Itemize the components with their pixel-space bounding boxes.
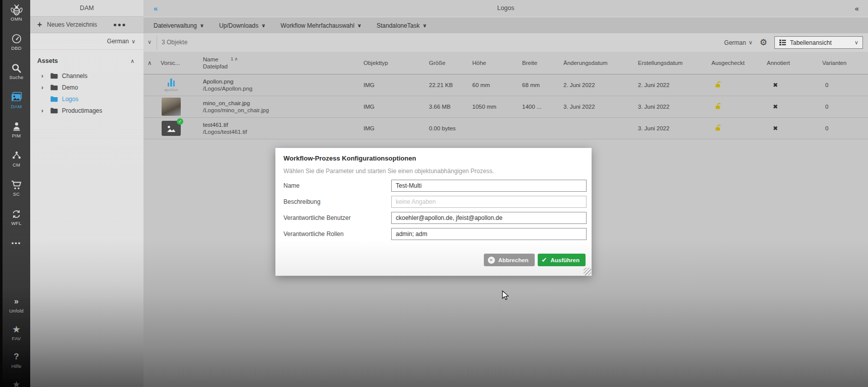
file-name: test461.tif — [203, 122, 228, 128]
rail-item-omn[interactable]: OMN — [3, 4, 30, 22]
chevron-right-icon[interactable]: › — [41, 84, 46, 91]
cancel-button[interactable]: ✕ Abbrechen — [484, 254, 535, 266]
unlocked-icon[interactable] — [711, 124, 722, 133]
gear-icon[interactable]: ⚙ — [760, 37, 767, 48]
chevron-down-icon: ∨ — [749, 39, 753, 46]
rail-item-fav[interactable]: ★ FAV — [3, 324, 30, 341]
folder-tree: Assets ∧ › Channels › Demo — [30, 50, 143, 116]
rail-item-hilfe[interactable]: ? Hilfe — [3, 351, 30, 369]
rail-item-wfl[interactable]: WFL — [3, 208, 30, 226]
verantwortliche-rollen-field[interactable] — [391, 228, 587, 240]
page-title: Logos — [143, 5, 868, 12]
rail-item-cm[interactable]: CM — [3, 150, 30, 168]
view-mode-select[interactable]: Tabellenansicht ∨ — [774, 36, 863, 49]
cell-varianten: 0 — [822, 82, 828, 88]
rail-item-sc[interactable]: SC — [3, 179, 30, 197]
rail-label-suche: Suche — [10, 74, 24, 80]
chevron-down-icon: ∨ — [200, 23, 204, 28]
sort-indicator[interactable]: 1 ∧ — [231, 56, 238, 61]
collapse-table-icon[interactable]: ∧ — [148, 52, 159, 74]
execute-button[interactable]: ✔ Ausführen — [538, 254, 586, 266]
chevron-down-icon: ∨ — [854, 39, 858, 46]
rail-item-cc[interactable]: ★ CC — [3, 379, 30, 387]
folder-language-select[interactable]: German — [107, 38, 129, 45]
column-varianten[interactable]: Varianten — [822, 52, 857, 74]
question-icon: ? — [14, 351, 19, 362]
column-groesse[interactable]: Größe — [429, 52, 471, 74]
table-row-mino-on-chair[interactable]: mino_on_chair.jpg /Logos/mino_on_chair.j… — [143, 96, 868, 118]
column-aenderungsdatum[interactable]: Änderungsdatum — [563, 52, 636, 74]
folder-icon — [50, 84, 58, 91]
cell-aenderungsdatum: 3. Juni 2022 — [563, 96, 636, 117]
star-icon: ★ — [12, 379, 20, 387]
folder-item-demo[interactable]: › Demo — [30, 82, 143, 93]
unlocked-icon[interactable] — [711, 81, 722, 90]
unlocked-icon[interactable] — [711, 102, 722, 111]
rail-label-pim: PIM — [12, 133, 21, 138]
column-breite[interactable]: Breite — [522, 52, 561, 74]
rail-label-unfold: Unfold — [9, 308, 24, 314]
folder-item-productimages[interactable]: › Productimages — [30, 105, 143, 116]
table-language-select[interactable]: German ∨ — [724, 39, 752, 46]
new-folder-button[interactable]: + Neues Verzeichnis — [37, 20, 97, 29]
workflow-config-dialog: Workflow-Prozess Konfigurationsoptionen … — [275, 148, 592, 276]
folder-item-logos[interactable]: Logos — [30, 93, 143, 105]
thumbnail-placeholder[interactable]: ✓ — [161, 119, 182, 138]
menu-dateiverwaltung[interactable]: Dateiverwaltung ∨ — [154, 22, 204, 29]
image-icon — [11, 92, 23, 103]
cell-erstellungsdatum: 2. Juni 2022 — [638, 74, 709, 96]
folder-icon — [50, 107, 58, 114]
rail-item-dam[interactable]: DAM — [3, 92, 30, 109]
workflow-icon — [11, 208, 22, 219]
dialog-resize-handle[interactable] — [584, 268, 591, 275]
new-folder-label: Neues Verzeichnis — [47, 21, 97, 28]
column-ausgecheckt[interactable]: Ausgecheckt — [711, 52, 762, 74]
beschreibung-field[interactable] — [391, 196, 587, 208]
cancel-button-label: Abbrechen — [498, 257, 529, 263]
column-annotiert[interactable]: Annotiert — [767, 52, 817, 74]
column-hoehe[interactable]: Höhe — [472, 52, 520, 74]
rail-item-more[interactable]: ••• — [3, 238, 30, 249]
verantwortliche-benutzer-field[interactable] — [391, 212, 587, 224]
column-erstellungsdatum[interactable]: Erstellungsdatum — [638, 52, 709, 74]
table-header: ∧ Vorsc... Name Dateipfad 1 ∧ Objekttyp … — [143, 52, 868, 74]
rail-item-unfold[interactable]: » Unfold — [3, 296, 30, 314]
menu-workflow-mehrfachauswahl[interactable]: Workflow Mehrfachauswahl ∨ — [280, 22, 361, 29]
cell-groesse: 22.21 KB — [429, 74, 471, 96]
table-view-icon — [779, 39, 786, 46]
column-name-dateipfad[interactable]: Name Dateipfad 1 ∧ — [203, 52, 360, 74]
menu-standalonetask[interactable]: StandaloneTask ∨ — [377, 22, 427, 29]
rollen-field-label: Verantwortliche Rollen — [283, 230, 343, 238]
rail-item-suche[interactable]: Suche — [3, 62, 30, 80]
cell-hoehe — [472, 118, 520, 139]
folder-label: Demo — [62, 84, 78, 91]
not-annotated-icon: ✖ — [767, 125, 778, 132]
table-row-apollon[interactable]: apollon Apollon.png /Logos/Apollon.png I… — [143, 74, 868, 96]
menu-updownloads[interactable]: Up/Downloads ∨ — [219, 22, 265, 29]
rail-item-pim[interactable]: PIM — [3, 121, 30, 138]
cell-objekttyp: IMG — [364, 118, 424, 139]
column-objekttyp[interactable]: Objekttyp — [364, 52, 424, 74]
cart-icon — [11, 179, 22, 190]
name-field[interactable] — [391, 180, 587, 192]
thumbnail-photo[interactable] — [161, 97, 182, 116]
collapse-right-icon[interactable]: « — [855, 4, 859, 13]
execute-button-label: Ausführen — [551, 257, 580, 263]
chevron-right-icon[interactable]: › — [41, 107, 46, 114]
dashboard-icon — [11, 33, 22, 44]
rail-item-dbd[interactable]: DBD — [3, 33, 30, 51]
rail-label-cm: CM — [13, 162, 20, 168]
folder-more-button[interactable]: ●●● — [113, 21, 126, 28]
chevron-up-icon[interactable]: ∧ — [130, 58, 134, 64]
rail-label-dam: DAM — [11, 104, 22, 109]
column-vorschau[interactable]: Vorsc... — [161, 52, 201, 74]
star-icon: ★ — [12, 324, 21, 335]
thumbnail-apollon-logo[interactable]: apollon — [161, 75, 182, 95]
folder-item-channels[interactable]: › Channels — [30, 70, 143, 82]
collapse-group-icon[interactable]: ∨ — [148, 39, 152, 45]
share-icon — [12, 150, 22, 161]
app-rail: OMN DBD Suc — [0, 0, 30, 387]
chevron-right-icon[interactable]: › — [41, 72, 46, 80]
cell-breite: 68 mm — [522, 74, 561, 96]
table-row-test461[interactable]: ✓ test461.tif /Logos/test461.tif IMG 0.0… — [143, 118, 868, 139]
